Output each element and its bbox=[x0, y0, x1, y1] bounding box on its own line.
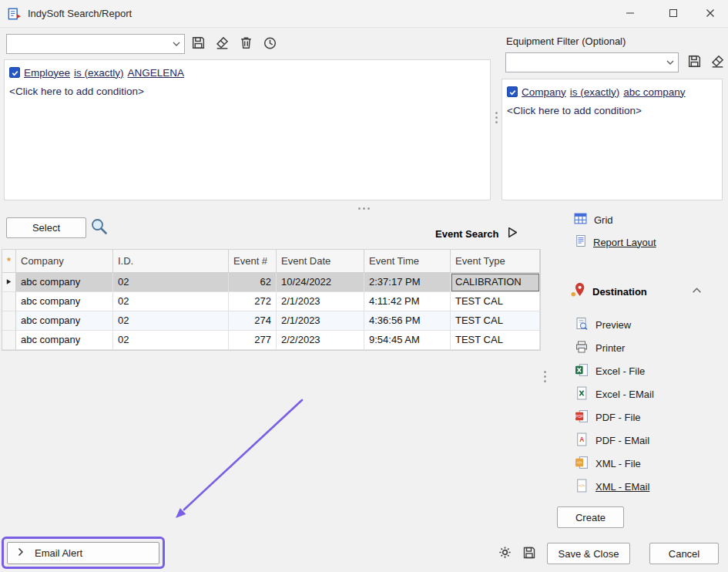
destination-item-excel-file[interactable]: Excel - File bbox=[575, 362, 645, 380]
add-condition-link[interactable]: <Click here to add condition> bbox=[9, 86, 144, 97]
clear-filter-button[interactable] bbox=[213, 35, 231, 53]
table-row[interactable]: abc company 02 272 2/1/2023 4:11:42 PM T… bbox=[2, 292, 540, 311]
cell-id[interactable]: 02 bbox=[113, 292, 229, 311]
play-icon[interactable] bbox=[506, 226, 519, 241]
sidebar-item-label: Report Layout bbox=[593, 237, 656, 248]
cell-company[interactable]: abc company bbox=[16, 292, 113, 311]
select-button-label: Select bbox=[32, 222, 60, 234]
cell-event-type[interactable]: TEST CAL bbox=[451, 311, 540, 331]
table-row-selected[interactable]: abc company 02 62 10/24/2022 2:37:17 PM … bbox=[2, 273, 540, 292]
settings-button[interactable] bbox=[496, 545, 513, 562]
equipment-filter-combo[interactable] bbox=[505, 52, 679, 72]
table-row[interactable]: abc company 02 274 2/1/2023 4:36:56 PM T… bbox=[2, 311, 540, 331]
destination-item-label: Excel - EMail bbox=[595, 389, 654, 400]
destination-item-preview[interactable]: Preview bbox=[575, 315, 631, 334]
cell-id[interactable]: 02 bbox=[113, 311, 229, 331]
chevron-down-icon[interactable] bbox=[169, 35, 184, 53]
cell-company[interactable]: abc company bbox=[16, 311, 113, 331]
cell-event-time[interactable]: 2:37:17 PM bbox=[364, 273, 451, 292]
condition-operator-link[interactable]: is (exactly) bbox=[570, 86, 620, 98]
condition-checkbox[interactable] bbox=[507, 86, 518, 97]
condition-checkbox[interactable] bbox=[9, 67, 20, 78]
save-icon bbox=[686, 53, 703, 72]
chevron-up-icon[interactable] bbox=[692, 284, 702, 296]
cell-id[interactable]: 02 bbox=[113, 273, 229, 292]
title-bar[interactable]: IndySoft Search/Report bbox=[0, 0, 728, 28]
column-header-event-number[interactable]: Event # bbox=[229, 250, 277, 273]
history-button[interactable] bbox=[260, 35, 279, 53]
condition-field-link[interactable]: Company bbox=[522, 86, 566, 98]
sidebar-item-label: Grid bbox=[594, 214, 613, 226]
row-indicator bbox=[2, 292, 16, 311]
employee-filter-combo[interactable] bbox=[6, 34, 185, 54]
condition-value-link[interactable]: abc company bbox=[623, 86, 685, 98]
table-row[interactable]: abc company 02 277 2/2/2023 9:54:45 AM T… bbox=[2, 331, 540, 350]
sidebar-item-grid[interactable]: Grid bbox=[574, 210, 613, 229]
cell-company[interactable]: abc company bbox=[16, 273, 113, 292]
cell-event-date[interactable]: 2/1/2023 bbox=[277, 311, 364, 331]
cell-event-number[interactable]: 274 bbox=[229, 311, 277, 331]
cell-event-type[interactable]: TEST CAL bbox=[451, 292, 540, 311]
vertical-splitter-grip[interactable] bbox=[492, 109, 500, 125]
eraser-icon bbox=[710, 53, 726, 72]
destination-item-pdf-email[interactable]: A PDF - EMail bbox=[575, 431, 649, 449]
condition-operator-link[interactable]: is (exactly) bbox=[74, 67, 124, 79]
destination-item-label: PDF - EMail bbox=[595, 435, 649, 446]
destination-item-pdf-file[interactable]: PDF PDF - File bbox=[575, 408, 641, 426]
cell-event-date[interactable]: 10/24/2022 bbox=[277, 273, 364, 292]
chevron-right-icon bbox=[18, 547, 24, 559]
close-icon bbox=[706, 8, 715, 20]
cell-event-type[interactable]: TEST CAL bbox=[451, 331, 540, 350]
destination-item-excel-email[interactable]: Excel - EMail bbox=[575, 385, 654, 403]
destination-item-printer[interactable]: Printer bbox=[575, 338, 625, 357]
column-header-event-time[interactable]: Event Time bbox=[364, 250, 451, 273]
email-alert-button[interactable]: Email Alert bbox=[7, 542, 159, 564]
cell-event-time[interactable]: 4:36:56 PM bbox=[364, 311, 451, 331]
minimize-button[interactable] bbox=[612, 0, 648, 28]
equipment-condition-row: Company is (exactly) abc company bbox=[507, 85, 686, 99]
save-equipment-filter-button[interactable] bbox=[685, 53, 703, 72]
destination-item-xml-email[interactable]: </> XML - EMail bbox=[575, 477, 649, 496]
results-grid: * Company I.D. Event # Event Date Event … bbox=[2, 249, 541, 351]
sidebar-item-report-layout[interactable]: Report Layout bbox=[575, 233, 656, 251]
add-condition-link[interactable]: <Click here to add condition> bbox=[507, 105, 642, 116]
cell-event-number[interactable]: 272 bbox=[229, 292, 277, 311]
save-close-button[interactable]: Save & Close bbox=[547, 543, 630, 564]
save-filter-button[interactable] bbox=[189, 35, 207, 53]
horizontal-splitter-grip[interactable] bbox=[355, 204, 372, 212]
close-button[interactable] bbox=[693, 0, 728, 28]
cell-event-date[interactable]: 2/1/2023 bbox=[277, 292, 364, 311]
xml-file-icon: </> bbox=[575, 456, 589, 472]
destination-item-label: PDF - File bbox=[595, 412, 641, 423]
excel-email-icon bbox=[575, 386, 589, 402]
destination-item-xml-file[interactable]: </> XML - File bbox=[575, 454, 641, 473]
row-indicator bbox=[2, 273, 16, 292]
column-header-event-date[interactable]: Event Date bbox=[277, 250, 364, 273]
create-button[interactable]: Create bbox=[557, 506, 624, 528]
save-settings-button[interactable] bbox=[521, 545, 538, 562]
condition-field-link[interactable]: Employee bbox=[24, 67, 70, 79]
select-button[interactable]: Select bbox=[6, 217, 86, 238]
sidebar-splitter-grip[interactable] bbox=[541, 368, 549, 384]
condition-value-link[interactable]: ANGELENA bbox=[128, 67, 185, 79]
delete-filter-button[interactable] bbox=[237, 35, 255, 53]
maximize-button[interactable] bbox=[656, 0, 691, 28]
clear-equipment-filter-button[interactable] bbox=[708, 53, 726, 72]
cell-event-type[interactable]: CALIBRATION bbox=[451, 273, 540, 292]
grid-header-row: * Company I.D. Event # Event Date Event … bbox=[2, 250, 540, 273]
destination-section-header[interactable]: Destination bbox=[569, 281, 647, 301]
column-header-id[interactable]: I.D. bbox=[113, 250, 229, 273]
cancel-button[interactable]: Cancel bbox=[649, 543, 719, 564]
cell-event-time[interactable]: 4:11:42 PM bbox=[364, 292, 451, 311]
chevron-down-icon[interactable] bbox=[663, 53, 678, 72]
column-header-company[interactable]: Company bbox=[16, 250, 113, 273]
cell-id[interactable]: 02 bbox=[113, 331, 229, 350]
cell-event-date[interactable]: 2/2/2023 bbox=[277, 331, 364, 350]
column-header-event-type[interactable]: Event Type bbox=[451, 250, 540, 273]
cell-event-time[interactable]: 9:54:45 AM bbox=[364, 331, 451, 350]
cell-event-number[interactable]: 62 bbox=[229, 273, 277, 292]
event-search-control[interactable]: Event Search bbox=[435, 226, 519, 241]
search-button[interactable] bbox=[89, 217, 109, 238]
cell-event-number[interactable]: 277 bbox=[229, 331, 277, 350]
cell-company[interactable]: abc company bbox=[16, 331, 113, 350]
